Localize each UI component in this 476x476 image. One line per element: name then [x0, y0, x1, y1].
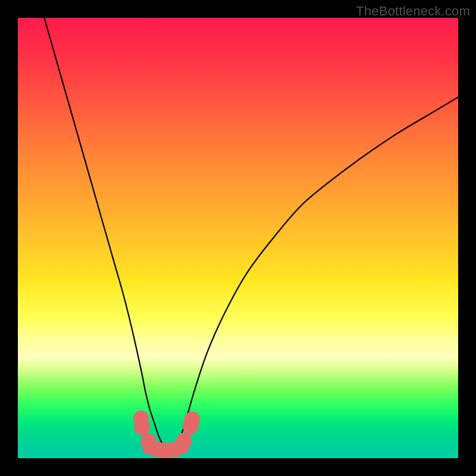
curve-marker	[184, 412, 201, 428]
curve-marker	[176, 433, 192, 449]
curve-svg	[18, 18, 458, 458]
marker-group	[133, 411, 200, 458]
watermark-text: TheBottleneck.com	[356, 4, 470, 19]
chart-frame: TheBottleneck.com	[0, 0, 476, 476]
curve-path	[44, 18, 458, 450]
plot-area	[18, 18, 458, 458]
curve-marker	[134, 419, 150, 436]
